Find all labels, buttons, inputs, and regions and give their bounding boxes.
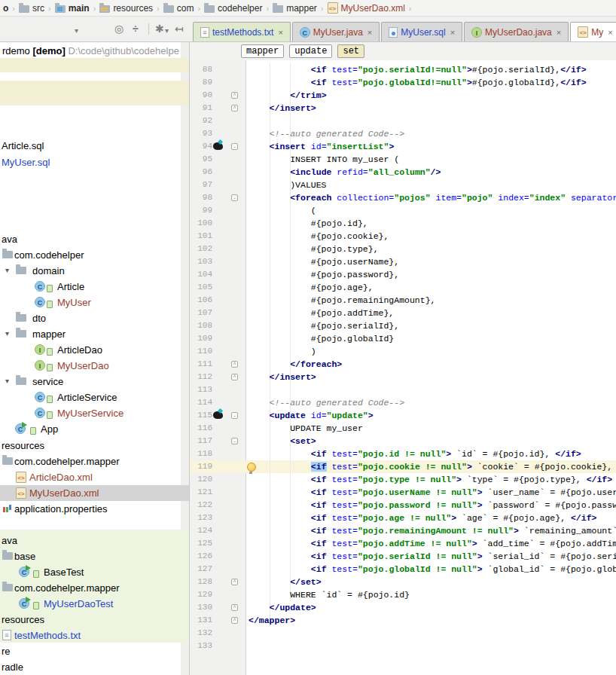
tree-item-myuser-sql[interactable]: MyUser.sql <box>0 154 189 170</box>
code-token <box>249 167 290 177</box>
interface-icon: I <box>35 360 45 371</box>
tree-item-articleservice[interactable]: CArticleService <box>0 389 189 405</box>
fold-marker-icon[interactable]: - <box>231 438 238 444</box>
fold-marker-icon[interactable]: ^ <box>231 92 238 99</box>
tree-item-article[interactable]: CArticle <box>0 279 189 295</box>
tree-item-label: com.codehelper.mapper <box>14 580 119 596</box>
tree-item-radle[interactable]: radle <box>0 659 189 675</box>
tree-item-articledao-xml[interactable]: <>ArticleDao.xml <box>0 469 189 485</box>
hide-panel-icon[interactable]: ↤ <box>175 23 184 34</box>
fold-marker-icon[interactable]: ^ <box>231 604 238 611</box>
view-dropdown-caret-icon[interactable]: ▾ <box>75 26 78 36</box>
tab-myuserdao-java[interactable]: IMyUserDao.java× <box>464 22 569 41</box>
tree-item-myuserdao[interactable]: IMyUserDao <box>0 358 189 374</box>
tree-item-myuserservice[interactable]: CMyUserService <box>0 405 189 421</box>
close-icon[interactable]: × <box>450 28 455 37</box>
intention-bulb-icon[interactable] <box>247 463 256 472</box>
fold-marker-icon[interactable]: ^ <box>231 361 238 368</box>
code-token <box>249 577 290 587</box>
code-token <box>249 539 311 548</box>
gear-icon[interactable]: ✱ <box>155 23 164 34</box>
gear-caret-icon[interactable]: ▾ <box>165 26 169 36</box>
tree-item-label: ava <box>2 231 17 247</box>
tree-item-myuserdaotest[interactable]: CMyUserDaoTest <box>0 596 189 612</box>
line-number: 96 <box>190 166 212 179</box>
tab-testmethods-txt[interactable]: ≡testMethods.txt× <box>193 22 291 41</box>
line-number: 124 <box>190 524 212 537</box>
tab-myuser-sql[interactable]: MyUser.sql× <box>381 22 462 41</box>
code-line: <update id="update"> <box>249 409 616 422</box>
tree-item-label: ArticleService <box>57 389 117 405</box>
tree-item-base[interactable]: base <box>0 548 189 564</box>
locate-target-icon[interactable]: ◎ <box>114 23 124 34</box>
close-icon[interactable]: × <box>557 28 561 37</box>
tree-item-application-properties[interactable]: application.properties <box>0 501 189 517</box>
collapse-all-icon[interactable]: ÷ <box>133 23 139 34</box>
breadcrumb-label: resources <box>113 3 153 14</box>
code-area[interactable]: <if test="pojo.serialId!=null">#{pojo.se… <box>249 63 616 675</box>
folder-icon <box>2 584 13 591</box>
breadcrumb-item[interactable]: com <box>163 3 194 14</box>
tree-item-myuserdao-xml[interactable]: <>MyUserDao.xml <box>0 485 189 501</box>
editor-breadcrumb-set[interactable]: set <box>337 44 364 58</box>
close-icon[interactable]: × <box>608 28 612 37</box>
line-number: 114 <box>190 396 212 409</box>
close-icon[interactable]: × <box>278 28 282 37</box>
editor-breadcrumb-mapper[interactable]: mapper <box>241 44 284 58</box>
tab-myuser-java[interactable]: CMyUser.java× <box>292 22 380 41</box>
fold-marker-icon[interactable]: ^ <box>231 374 238 380</box>
breadcrumb-item[interactable]: codehelper <box>204 3 262 14</box>
tree-item-resources[interactable]: resources <box>0 612 189 628</box>
fold-marker-icon[interactable]: - <box>231 143 238 150</box>
fold-marker-icon[interactable]: - <box>231 194 238 201</box>
fold-marker-icon[interactable]: ^ <box>231 105 238 111</box>
tree-item-com-codehelper[interactable]: com.codehelper <box>0 247 189 263</box>
line-number: 106 <box>190 294 212 307</box>
fold-marker-icon[interactable]: - <box>231 412 238 419</box>
class-icon: C <box>35 281 45 292</box>
tree-item-ava[interactable]: ava <box>0 533 189 548</box>
tree-item-app[interactable]: CApp <box>0 421 189 437</box>
code-token <box>249 603 270 612</box>
fold-marker-icon[interactable]: ^ <box>231 579 238 585</box>
code-token: <set> <box>290 436 316 446</box>
tree-item-domain[interactable]: ▾domain <box>0 263 189 279</box>
line-number: 122 <box>190 499 212 512</box>
mybatis-statement-icon[interactable] <box>213 411 223 419</box>
breadcrumb-item[interactable]: main <box>55 3 90 14</box>
interface-icon: I <box>471 27 482 38</box>
tree-item-com-codehelper-mapper[interactable]: com.codehelper.mapper <box>0 580 189 596</box>
tree-item-service[interactable]: ▾service <box>0 374 189 389</box>
close-icon[interactable]: × <box>367 28 372 37</box>
line-number: 88 <box>190 63 212 76</box>
tree-item-re[interactable]: re <box>0 643 189 659</box>
code-token: </if> <box>560 65 587 75</box>
tree-item-article-sql[interactable]: Article.sql <box>0 138 189 154</box>
tree-item-articledao[interactable]: IArticleDao <box>0 342 189 358</box>
breadcrumb-item[interactable]: mapper <box>273 3 317 14</box>
code-token: > <box>477 487 483 497</box>
project-root-row[interactable]: rdemo [demo] D:\code\github\codehelpe <box>2 44 179 58</box>
line-number: 89 <box>190 76 212 89</box>
breadcrumb-item[interactable]: src <box>19 3 44 14</box>
class-icon: C <box>35 408 45 418</box>
tree-item-mapper[interactable]: ▾mapper <box>0 326 189 342</box>
tree-item-myuser[interactable]: CMyUser <box>0 295 189 310</box>
fold-marker-icon[interactable]: ^ <box>231 617 238 624</box>
tree-item-label: domain <box>32 263 65 279</box>
line-number: 97 <box>190 179 212 191</box>
breadcrumb-item[interactable]: <>MyUserDao.xml <box>328 2 405 14</box>
editor-breadcrumb-update[interactable]: update <box>289 44 332 58</box>
breadcrumb-item[interactable]: o <box>3 3 8 14</box>
breadcrumb-item[interactable]: resources <box>99 3 153 14</box>
tree-item-testmethods-txt[interactable]: ≡testMethods.txt <box>0 628 189 643</box>
tree-item-ava[interactable]: ava <box>0 231 189 247</box>
tree-item-resources[interactable]: resources <box>0 438 189 454</box>
tree-item-basetest[interactable]: CBaseTest <box>0 564 189 580</box>
code-line <box>249 627 616 640</box>
tree-item-dto[interactable]: dto <box>0 310 189 326</box>
tab-my[interactable]: <>My× <box>570 22 616 41</box>
tree-item-com-codehelper-mapper[interactable]: com.codehelper.mapper <box>0 454 189 469</box>
mybatis-statement-icon[interactable] <box>213 142 223 150</box>
tree-item-label: service <box>32 374 63 389</box>
